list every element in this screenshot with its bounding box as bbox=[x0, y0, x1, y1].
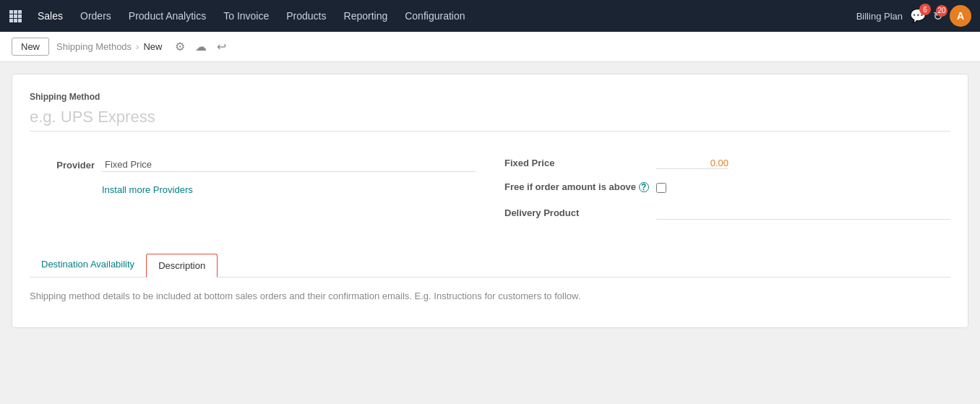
new-button[interactable]: New bbox=[12, 38, 49, 56]
navbar-item-product-analytics[interactable]: Product Analytics bbox=[121, 6, 213, 26]
undo-icon[interactable]: ↩ bbox=[214, 38, 229, 55]
navbar: Sales Orders Product Analytics To Invoic… bbox=[0, 0, 980, 32]
svg-rect-0 bbox=[9, 10, 13, 14]
svg-rect-1 bbox=[14, 10, 17, 14]
free-if-tooltip-icon[interactable]: ? bbox=[639, 182, 649, 192]
svg-rect-3 bbox=[9, 14, 13, 18]
free-if-label: Free if order amount is above ? bbox=[504, 181, 649, 194]
provider-label: Provider bbox=[30, 160, 95, 171]
user-avatar[interactable]: A bbox=[950, 5, 971, 27]
cloud-save-icon[interactable]: ☁ bbox=[192, 38, 210, 55]
left-col: Provider Install more Providers bbox=[30, 158, 476, 231]
fixed-price-field: Fixed Price bbox=[504, 158, 950, 169]
install-providers-link[interactable]: Install more Providers bbox=[102, 184, 193, 195]
description-text: Shipping method details to be included a… bbox=[30, 291, 580, 301]
navbar-item-to-invoice[interactable]: To Invoice bbox=[216, 6, 276, 26]
breadcrumb: Shipping Methods › New bbox=[56, 41, 162, 52]
right-col: Fixed Price Free if order amount is abov… bbox=[504, 158, 950, 231]
description-area: Shipping method details to be included a… bbox=[30, 278, 950, 310]
form-card: Shipping Method Provider Install more Pr… bbox=[12, 74, 968, 328]
chat-badge: 6 bbox=[919, 4, 931, 15]
provider-input[interactable] bbox=[102, 158, 476, 172]
navbar-item-orders[interactable]: Orders bbox=[73, 6, 119, 26]
fixed-price-input[interactable] bbox=[656, 158, 728, 169]
free-if-checkbox[interactable] bbox=[656, 183, 666, 193]
chat-icon-button[interactable]: 💬 6 bbox=[910, 8, 926, 24]
svg-rect-2 bbox=[18, 10, 22, 14]
svg-rect-8 bbox=[18, 19, 22, 22]
toolbar-icons: ⚙ ☁ ↩ bbox=[172, 38, 229, 55]
billing-plan-label: Billing Plan bbox=[856, 11, 903, 22]
delivery-product-field: Delivery Product bbox=[504, 205, 950, 220]
navbar-right: Billing Plan 💬 6 ↻ 20 A bbox=[856, 5, 971, 27]
toolbar: New Shipping Methods › New ⚙ ☁ ↩ bbox=[0, 32, 980, 62]
tab-destination-availability[interactable]: Destination Availability bbox=[30, 253, 146, 277]
refresh-icon-button[interactable]: ↻ 20 bbox=[933, 9, 942, 23]
main-content: Shipping Method Provider Install more Pr… bbox=[0, 62, 980, 340]
free-if-field: Free if order amount is above ? bbox=[504, 181, 950, 194]
grid-icon[interactable] bbox=[9, 9, 22, 22]
section-label: Shipping Method bbox=[30, 92, 950, 102]
navbar-item-configuration[interactable]: Configuration bbox=[397, 6, 472, 26]
provider-field: Provider bbox=[30, 158, 476, 172]
delivery-product-input[interactable] bbox=[656, 205, 950, 220]
breadcrumb-separator: › bbox=[136, 41, 139, 52]
svg-rect-5 bbox=[18, 14, 22, 18]
svg-rect-4 bbox=[14, 14, 17, 18]
navbar-item-reporting[interactable]: Reporting bbox=[337, 6, 395, 26]
fixed-price-label: Fixed Price bbox=[504, 158, 649, 168]
navbar-item-sales[interactable]: Sales bbox=[30, 6, 70, 26]
install-providers-row: Install more Providers bbox=[30, 184, 476, 195]
tab-description[interactable]: Description bbox=[146, 254, 218, 278]
navbar-item-products[interactable]: Products bbox=[279, 6, 333, 26]
delivery-product-label: Delivery Product bbox=[504, 207, 649, 218]
shipping-name-input[interactable] bbox=[30, 105, 950, 132]
svg-rect-7 bbox=[14, 19, 17, 22]
gear-icon[interactable]: ⚙ bbox=[172, 38, 188, 55]
breadcrumb-current: New bbox=[143, 41, 162, 52]
tabs-row: Destination Availability Description bbox=[30, 253, 950, 278]
refresh-badge: 20 bbox=[936, 5, 947, 17]
form-row: Provider Install more Providers Fixed Pr… bbox=[30, 158, 950, 231]
breadcrumb-shipping-methods[interactable]: Shipping Methods bbox=[56, 41, 132, 52]
svg-rect-6 bbox=[9, 19, 13, 22]
